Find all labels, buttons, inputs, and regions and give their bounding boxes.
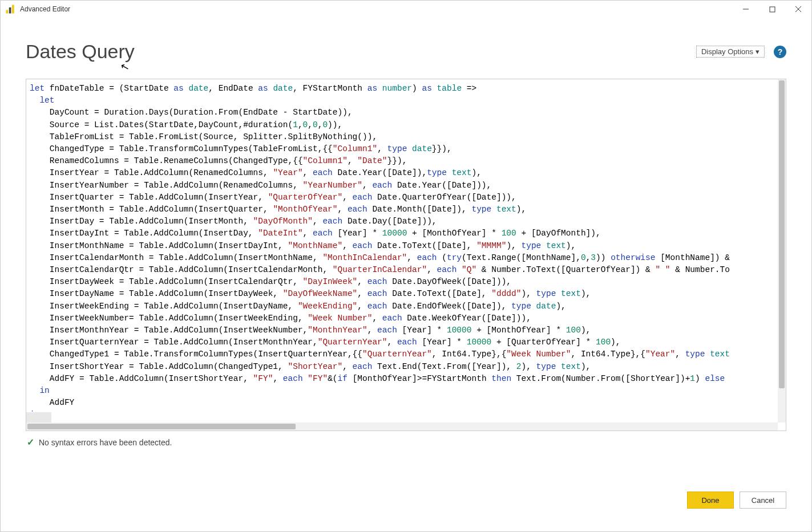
display-options-dropdown[interactable]: Display Options ▾: [696, 46, 765, 58]
vertical-scroll-thumb[interactable]: [779, 80, 785, 388]
done-button[interactable]: Done: [687, 492, 734, 509]
status-message: No syntax errors have been detected.: [39, 438, 172, 447]
svg-rect-2: [12, 5, 14, 14]
code-editor[interactable]: let fnDateTable = (StartDate as date, En…: [26, 79, 786, 431]
code-text[interactable]: let fnDateTable = (StartDate as date, En…: [30, 83, 778, 423]
minimize-button[interactable]: [733, 1, 759, 18]
svg-rect-0: [6, 10, 9, 14]
svg-rect-4: [770, 7, 775, 12]
window-controls: [733, 1, 811, 18]
window-title: Advanced Editor: [20, 5, 70, 13]
app-logo-icon: [5, 4, 15, 14]
maximize-button[interactable]: [759, 1, 785, 18]
close-button[interactable]: [785, 1, 811, 18]
check-icon: ✓: [27, 437, 34, 448]
chevron-down-icon: ▾: [756, 47, 760, 56]
titlebar: Advanced Editor: [1, 1, 811, 18]
status-bar: ✓ No syntax errors have been detected.: [26, 431, 786, 453]
horizontal-scrollbar[interactable]: [26, 423, 778, 431]
page-title: Dates Query: [26, 40, 135, 63]
footer-buttons: Done Cancel: [687, 492, 786, 509]
svg-rect-1: [9, 7, 11, 14]
help-icon[interactable]: ?: [774, 46, 786, 58]
cancel-button[interactable]: Cancel: [740, 492, 786, 509]
horizontal-scroll-thumb[interactable]: [27, 424, 296, 429]
vertical-scrollbar[interactable]: [778, 79, 786, 423]
display-options-label: Display Options: [701, 47, 753, 56]
gutter-shade: [26, 412, 51, 423]
